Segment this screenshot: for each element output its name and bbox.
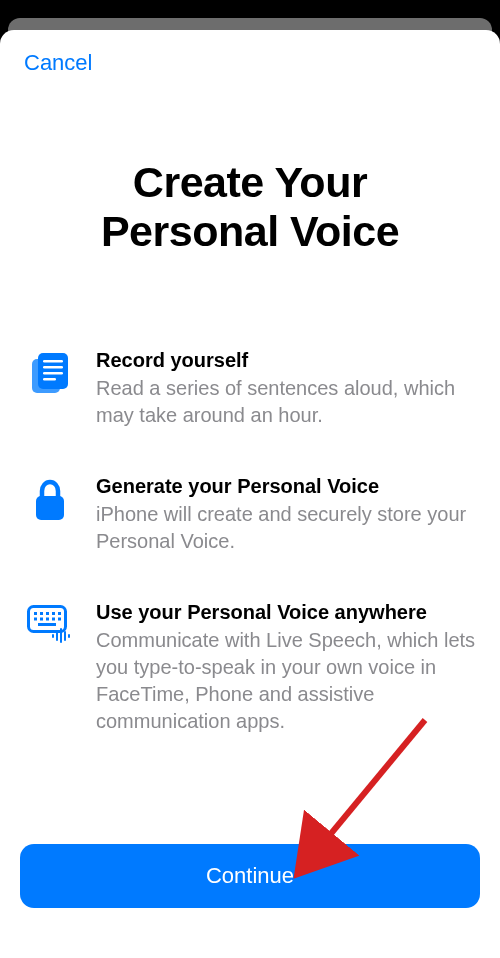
svg-rect-21 <box>60 628 62 643</box>
svg-rect-18 <box>38 623 56 626</box>
svg-rect-9 <box>40 612 43 615</box>
nav-bar: Cancel <box>0 30 500 76</box>
feature-use: Use your Personal Voice anywhere Communi… <box>24 599 476 735</box>
feature-record-text: Record yourself Read a series of sentenc… <box>96 347 476 429</box>
cancel-button[interactable]: Cancel <box>24 50 92 76</box>
feature-record: Record yourself Read a series of sentenc… <box>24 347 476 429</box>
svg-rect-19 <box>52 634 54 638</box>
svg-rect-15 <box>46 617 49 620</box>
svg-rect-14 <box>40 617 43 620</box>
svg-rect-16 <box>52 617 55 620</box>
svg-rect-10 <box>46 612 49 615</box>
svg-rect-17 <box>58 617 61 620</box>
document-icon <box>24 347 76 395</box>
svg-rect-1 <box>38 353 68 389</box>
svg-rect-23 <box>68 634 70 638</box>
feature-generate-title: Generate your Personal Voice <box>96 473 476 499</box>
svg-rect-13 <box>34 617 37 620</box>
svg-rect-8 <box>34 612 37 615</box>
page-title: Create Your Personal Voice <box>24 158 476 257</box>
svg-rect-4 <box>43 372 63 375</box>
lock-icon <box>24 473 76 523</box>
title-line-1: Create Your <box>133 158 367 206</box>
keyboard-speech-icon <box>24 599 76 643</box>
svg-rect-6 <box>36 496 64 520</box>
feature-record-desc: Read a series of sentences aloud, which … <box>96 375 476 429</box>
svg-rect-5 <box>43 378 56 381</box>
modal-sheet: Cancel Create Your Personal Voice <box>0 30 500 958</box>
content-area: Create Your Personal Voice Record your <box>0 76 500 844</box>
continue-button[interactable]: Continue <box>20 844 480 908</box>
feature-generate-desc: iPhone will create and securely store yo… <box>96 501 476 555</box>
svg-rect-2 <box>43 360 63 363</box>
title-line-2: Personal Voice <box>101 207 399 255</box>
button-container: Continue <box>0 844 500 958</box>
features-list: Record yourself Read a series of sentenc… <box>24 347 476 779</box>
svg-rect-22 <box>64 631 66 641</box>
svg-rect-11 <box>52 612 55 615</box>
feature-use-text: Use your Personal Voice anywhere Communi… <box>96 599 476 735</box>
feature-generate-text: Generate your Personal Voice iPhone will… <box>96 473 476 555</box>
svg-rect-20 <box>56 631 58 641</box>
svg-rect-3 <box>43 366 63 369</box>
feature-use-title: Use your Personal Voice anywhere <box>96 599 476 625</box>
svg-rect-12 <box>58 612 61 615</box>
feature-use-desc: Communicate with Live Speech, which lets… <box>96 627 476 735</box>
feature-generate: Generate your Personal Voice iPhone will… <box>24 473 476 555</box>
feature-record-title: Record yourself <box>96 347 476 373</box>
